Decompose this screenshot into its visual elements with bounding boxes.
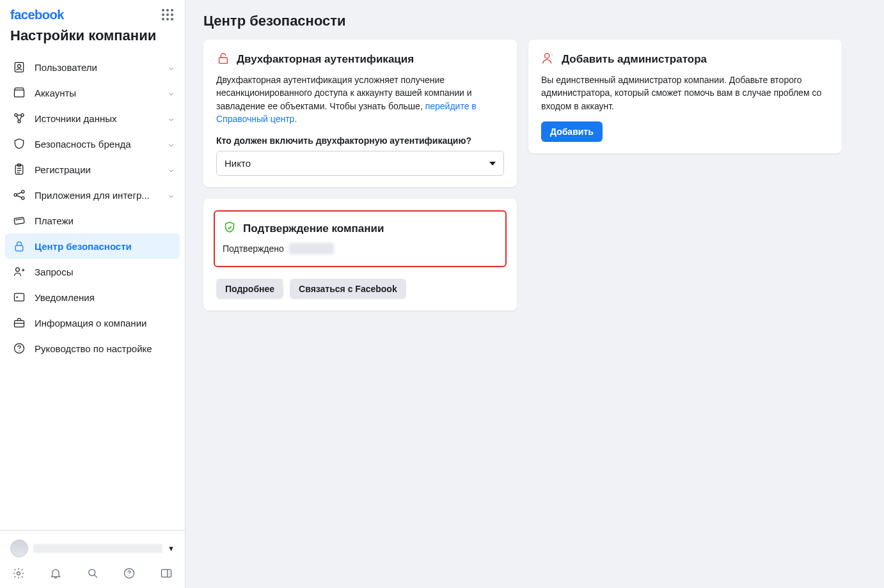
facebook-logo[interactable]: facebook [10, 8, 64, 22]
sidebar-item-label: Руководство по настройке [35, 343, 173, 354]
bell-icon[interactable] [49, 566, 63, 580]
two-factor-description: Двухфакторная аутентификация усложняет п… [216, 74, 504, 125]
sidebar-item-users[interactable]: Пользователи ⌵ [5, 54, 180, 80]
two-factor-select-value: Никто [225, 158, 251, 169]
sidebar-item-label: Платежи [35, 215, 173, 226]
help-icon [12, 342, 27, 355]
svg-point-1 [18, 65, 21, 68]
verification-highlight: Подтверждение компании Подтверждено [214, 210, 507, 267]
svg-rect-16 [15, 321, 24, 327]
chevron-down-icon: ⌵ [169, 63, 173, 72]
verification-more-button[interactable]: Подробнее [216, 279, 283, 299]
sidebar-nav: Пользователи ⌵ Аккаунты ⌵ Источники данн… [0, 47, 185, 530]
sidebar: facebook Настройки компании Пользователи… [0, 0, 185, 588]
add-admin-card: Добавить администратора Вы единственный … [528, 40, 842, 153]
svg-rect-2 [15, 90, 24, 97]
avatar [10, 539, 28, 557]
account-name-redacted [33, 544, 162, 553]
sidebar-item-brand-safety[interactable]: Безопасность бренда ⌵ [5, 131, 180, 157]
svg-point-26 [169, 575, 170, 575]
panel-toggle-icon[interactable] [159, 566, 173, 580]
sidebar-item-security-center[interactable]: Центр безопасности [5, 233, 180, 259]
unlock-icon [216, 51, 230, 67]
sidebar-item-label: Пользователи [35, 62, 169, 73]
svg-point-25 [169, 573, 170, 573]
user-badge-icon [12, 61, 27, 74]
sidebar-item-label: Центр безопасности [35, 241, 173, 252]
svg-point-20 [88, 569, 95, 576]
add-admin-button[interactable]: Добавить [541, 121, 603, 142]
sidebar-item-registrations[interactable]: Регистрации ⌵ [5, 157, 180, 182]
two-factor-field-label: Кто должен включить двухфакторную аутент… [216, 135, 504, 146]
svg-point-13 [16, 268, 20, 272]
briefcase-icon [12, 316, 27, 329]
sidebar-item-company-info[interactable]: Информация о компании [5, 310, 180, 336]
page-title: Настройки компании [10, 27, 175, 44]
svg-point-29 [551, 54, 552, 55]
sidebar-item-requests[interactable]: Запросы [5, 259, 180, 284]
verification-title: Подтверждение компании [243, 222, 384, 235]
sidebar-header: facebook Настройки компании [0, 0, 185, 47]
search-icon[interactable] [86, 566, 100, 580]
svg-point-19 [17, 572, 20, 575]
notifications-panel-icon [12, 291, 27, 304]
sidebar-item-label: Источники данных [35, 113, 169, 124]
caret-down-icon: ▼ [168, 545, 175, 552]
sidebar-item-label: Информация о компании [35, 318, 173, 329]
svg-rect-0 [15, 63, 23, 72]
clipboard-icon [12, 163, 27, 176]
svg-point-24 [169, 571, 170, 572]
add-admin-title: Добавить администратора [562, 53, 707, 66]
account-switcher[interactable]: ▼ [8, 536, 177, 561]
svg-rect-12 [15, 245, 23, 251]
sidebar-item-notifications[interactable]: Уведомления [5, 284, 180, 310]
help-circle-icon[interactable] [122, 566, 136, 580]
verification-contact-button[interactable]: Связаться с Facebook [290, 279, 406, 299]
sidebar-item-accounts[interactable]: Аккаунты ⌵ [5, 80, 180, 105]
svg-point-9 [22, 190, 24, 193]
svg-point-4 [21, 114, 24, 116]
settings-gear-icon[interactable] [12, 566, 26, 580]
chevron-down-icon: ⌵ [169, 114, 173, 123]
svg-rect-27 [219, 58, 228, 63]
svg-point-10 [22, 197, 24, 199]
sidebar-item-integrations[interactable]: Приложения для интегр... ⌵ [5, 182, 180, 208]
accounts-icon [12, 86, 27, 99]
svg-point-28 [545, 54, 549, 58]
verification-card: Подтверждение компании Подтверждено Подр… [203, 199, 517, 311]
two-factor-select[interactable]: Никто [216, 151, 504, 176]
chevron-down-icon: ⌵ [169, 139, 173, 148]
sidebar-item-label: Регистрации [35, 164, 169, 175]
svg-rect-11 [14, 217, 24, 224]
add-admin-text: Вы единственный администратор компании. … [541, 74, 829, 112]
integrations-icon [12, 189, 27, 201]
sidebar-item-payments[interactable]: Платежи [5, 208, 180, 233]
svg-point-18 [19, 350, 19, 351]
svg-point-3 [15, 114, 17, 116]
chevron-down-icon: ⌵ [169, 165, 173, 174]
two-factor-card: Двухфакторная аутентификация Двухфакторн… [203, 40, 517, 187]
svg-point-15 [16, 297, 18, 298]
main-content: Центр безопасности Двухфакторная аутенти… [185, 0, 884, 588]
sidebar-footer: ▼ [0, 530, 185, 588]
sidebar-item-label: Запросы [35, 267, 173, 277]
sidebar-item-label: Аккаунты [35, 88, 169, 98]
shield-icon [12, 137, 27, 150]
svg-point-22 [129, 575, 130, 576]
sidebar-item-data-sources[interactable]: Источники данных ⌵ [5, 105, 180, 131]
verification-status: Подтверждено [223, 244, 284, 254]
caret-down-icon [489, 162, 496, 166]
svg-rect-23 [162, 569, 171, 577]
apps-grid-icon[interactable] [162, 9, 175, 22]
chevron-down-icon: ⌵ [169, 190, 173, 199]
main-title: Центр безопасности [203, 13, 866, 29]
svg-point-8 [14, 194, 17, 196]
requests-icon [12, 265, 27, 278]
data-sources-icon [12, 112, 27, 125]
payments-icon [12, 214, 27, 227]
chevron-down-icon: ⌵ [169, 88, 173, 97]
sidebar-item-label: Уведомления [35, 292, 173, 303]
sidebar-item-setup-guide[interactable]: Руководство по настройке [5, 336, 180, 361]
user-alert-icon [541, 51, 555, 67]
shield-check-icon [223, 220, 237, 236]
